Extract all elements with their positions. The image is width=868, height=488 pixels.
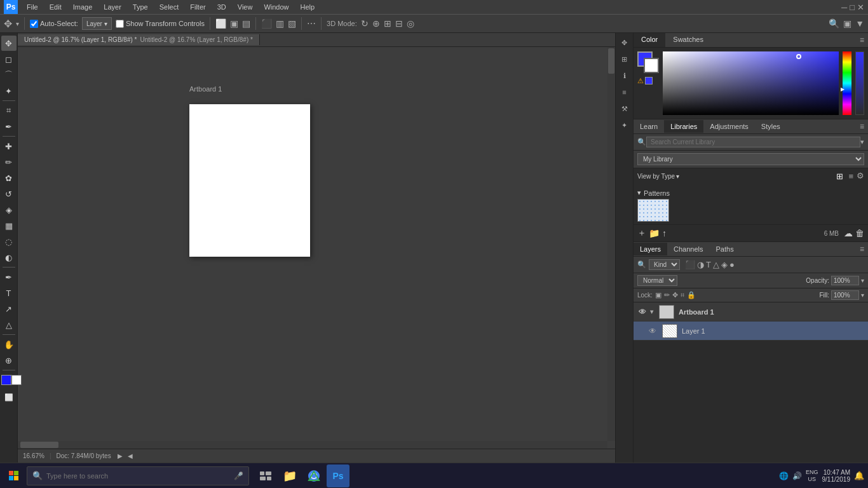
tab-adjustments[interactable]: Adjustments: [703, 120, 755, 133]
filter-circle-btn[interactable]: ●: [729, 260, 735, 269]
fill-arrow[interactable]: ▾: [861, 292, 864, 299]
close-tab-btn[interactable]: Untitled-2 @ 16.7% (Layer 1, RGB/8#) *: [140, 36, 252, 43]
lock-all-btn[interactable]: 🔒: [687, 291, 696, 299]
library-select[interactable]: My Library: [637, 153, 864, 165]
crop-tool[interactable]: ⌗: [1, 103, 17, 118]
list-view-btn[interactable]: ≡: [846, 171, 855, 182]
marquee-tool[interactable]: ◻: [1, 51, 17, 67]
color-panel-menu[interactable]: ≡: [856, 33, 868, 47]
menu-select[interactable]: Select: [154, 2, 184, 12]
filter-pixel-btn[interactable]: ⬛: [685, 260, 695, 269]
lasso-tool[interactable]: ⌒: [1, 67, 17, 83]
auto-select-checkbox[interactable]: Auto-Select:: [30, 20, 78, 28]
move-tool[interactable]: ✥: [1, 36, 17, 51]
gradient-tool[interactable]: ▦: [1, 218, 17, 233]
filter-text-btn[interactable]: T: [706, 260, 711, 269]
lock-move-btn[interactable]: ✥: [672, 291, 678, 299]
align-right-icon[interactable]: ▤: [242, 18, 250, 29]
text-tool[interactable]: T: [1, 285, 17, 301]
search-input[interactable]: [46, 472, 230, 480]
menu-help[interactable]: Help: [295, 2, 320, 12]
filter-adjust-btn[interactable]: ◑: [697, 260, 704, 269]
opacity-arrow[interactable]: ▾: [861, 277, 864, 284]
grid-view-btn[interactable]: ⊞: [834, 171, 845, 182]
auto-select-input[interactable]: [30, 20, 38, 28]
3d-roll-icon[interactable]: ◎: [407, 18, 414, 29]
zoom-tool[interactable]: ⊕: [1, 353, 17, 368]
menu-image[interactable]: Image: [68, 2, 98, 12]
tab-layers[interactable]: Layers: [634, 243, 667, 255]
share-icon[interactable]: ▼: [855, 18, 864, 29]
lib-cloud-btn[interactable]: ☁: [844, 228, 853, 238]
tab-libraries[interactable]: Libraries: [664, 120, 703, 133]
align-center-icon[interactable]: ▣: [230, 18, 238, 29]
lib-upload-btn[interactable]: ↑: [662, 228, 667, 238]
move-tool-icon[interactable]: ✥: [4, 18, 12, 30]
shape-tool[interactable]: △: [1, 317, 17, 332]
search-icon[interactable]: 🔍: [829, 18, 839, 29]
canvas-container[interactable]: Artboard 1: [18, 47, 615, 449]
menu-filter[interactable]: Filter: [185, 2, 210, 12]
filter-select[interactable]: Kind: [649, 259, 680, 270]
file-tab[interactable]: Untitled-2 @ 16.7% (Layer 1, RGB/8#) * U…: [18, 34, 260, 45]
lib-folder-btn[interactable]: 📁: [649, 228, 660, 238]
foreground-color[interactable]: [1, 375, 11, 385]
tab-styles[interactable]: Styles: [755, 120, 787, 133]
3d-scale-icon[interactable]: ⊟: [395, 18, 403, 29]
vertical-scrollbar[interactable]: [607, 47, 615, 441]
menu-type[interactable]: Type: [128, 2, 153, 12]
menu-view[interactable]: View: [233, 2, 258, 12]
view-by-type-btn[interactable]: View by Type ▾: [637, 173, 679, 180]
layer1-visibility[interactable]: 👁: [648, 327, 658, 336]
notifications-icon[interactable]: 🔔: [854, 471, 864, 480]
align-left-icon[interactable]: ⬜: [215, 18, 226, 29]
3d-slide-icon[interactable]: ⊞: [384, 18, 391, 29]
network-icon[interactable]: 🌐: [779, 471, 789, 480]
file-explorer-btn[interactable]: 📁: [278, 464, 301, 487]
move-tool-expand[interactable]: ▾: [16, 20, 19, 27]
pen-tool[interactable]: ✒: [1, 269, 17, 285]
status-back-arrow[interactable]: ◀: [128, 452, 133, 459]
status-forward-arrow[interactable]: ▶: [118, 452, 123, 459]
panel-icon-brushes[interactable]: ≡: [618, 85, 632, 99]
volume-icon[interactable]: 🔊: [792, 471, 802, 480]
dist-vert-icon[interactable]: ▥: [276, 18, 284, 29]
cortana-icon[interactable]: 🎤: [234, 471, 243, 480]
3d-pan-icon[interactable]: ⊕: [372, 18, 380, 29]
start-button[interactable]: [4, 466, 24, 486]
history-brush-tool[interactable]: ↺: [1, 186, 17, 201]
filter-shape-btn[interactable]: △: [713, 260, 719, 269]
artboard-expand-icon[interactable]: ▾: [650, 308, 653, 315]
libraries-panel-menu[interactable]: ≡: [856, 119, 868, 133]
panel-icon-artboard[interactable]: ⊞: [618, 52, 632, 66]
chrome-btn[interactable]: [302, 464, 325, 487]
scrollbar-thumb-h[interactable]: [20, 442, 58, 448]
menu-3d[interactable]: 3D: [212, 2, 231, 12]
photoshop-btn[interactable]: Ps: [327, 464, 349, 487]
background-color[interactable]: [11, 375, 22, 385]
dist-horiz-icon[interactable]: ⬛: [261, 18, 272, 29]
menu-file[interactable]: File: [22, 2, 43, 12]
artboard-visibility[interactable]: 👁: [637, 308, 648, 316]
menu-window[interactable]: Window: [259, 2, 294, 12]
tab-swatches[interactable]: Swatches: [665, 33, 711, 47]
brush-tool[interactable]: ✏: [1, 154, 17, 170]
clone-tool[interactable]: ✿: [1, 170, 17, 186]
3d-rotate-icon[interactable]: ↻: [361, 18, 369, 29]
hue-slider[interactable]: ▶: [843, 51, 851, 115]
horizontal-scrollbar[interactable]: [18, 441, 607, 449]
transform-checkbox[interactable]: Show Transform Controls: [116, 20, 205, 28]
eyedropper-tool[interactable]: ✒: [1, 119, 17, 134]
path-tool[interactable]: ↗: [1, 301, 17, 316]
healing-tool[interactable]: ✚: [1, 139, 17, 154]
lib-add-btn[interactable]: ＋: [637, 227, 646, 239]
lock-pixels-btn[interactable]: ▣: [655, 291, 661, 299]
dist-extra-icon[interactable]: ▧: [288, 18, 296, 29]
blend-mode-select[interactable]: Normal: [637, 275, 677, 286]
pattern-item-1[interactable]: [637, 199, 669, 222]
eraser-tool[interactable]: ◈: [1, 202, 17, 217]
close-btn[interactable]: ✕: [857, 3, 864, 12]
bg-swatch[interactable]: [644, 58, 659, 73]
menu-layer[interactable]: Layer: [98, 2, 126, 12]
more-icon[interactable]: ⋯: [307, 18, 316, 29]
